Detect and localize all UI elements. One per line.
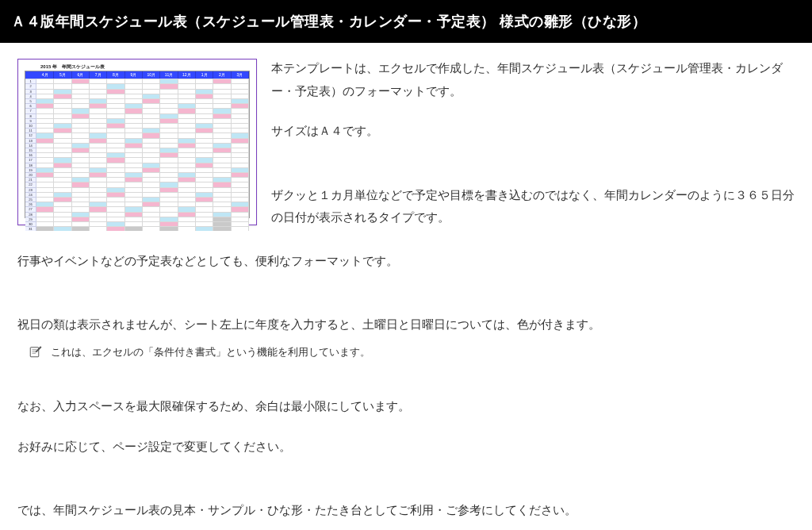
page-title-bar: Ａ４版年間スケジュール表（スケジュール管理表・カレンダー・予定表） 様式の雛形（… [0,0,812,43]
svg-rect-0 [30,347,39,356]
note-text: これは、エクセルの「条件付き書式」という機能を利用しています。 [51,343,370,363]
thumbnail-calendar-grid: 4月5月6月7月8月9月10月11月12月1月2月3月1234567891011… [25,71,250,218]
paragraph: 行事やイベントなどの予定表などとしても、便利なフォーマットです。 [17,250,795,273]
paragraph: お好みに応じて、ページ設定で変更してください。 [17,436,795,459]
paragraph: では、年間スケジュール表の見本・サンプル・ひな形・たたき台としてご利用・ご参考に… [17,499,795,522]
paragraph: 祝日の類は表示されませんが、シート左上に年度を入力すると、土曜日と日曜日について… [17,313,795,336]
article-body: 2015 年 年間スケジュール表 4月5月6月7月8月9月10月11月12月1月… [0,43,812,530]
note-icon [29,344,43,359]
paragraph: なお、入力スペースを最大限確保するため、余白は最小限にしています。 [17,395,795,418]
template-thumbnail[interactable]: 2015 年 年間スケジュール表 4月5月6月7月8月9月10月11月12月1月… [17,59,257,225]
page-title: Ａ４版年間スケジュール表（スケジュール管理表・カレンダー・予定表） 様式の雛形（… [11,13,646,29]
inline-note: これは、エクセルの「条件付き書式」という機能を利用しています。 [29,343,795,363]
